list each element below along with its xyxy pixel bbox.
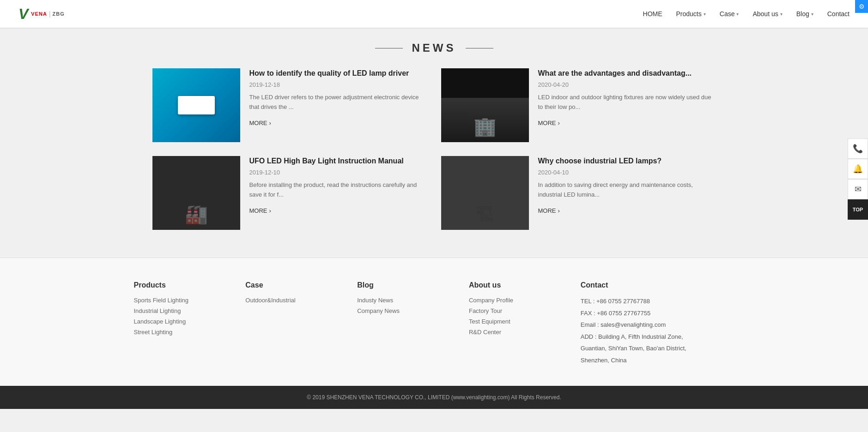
- chevron-down-icon: ▾: [736, 12, 739, 17]
- news-line-left: [375, 48, 403, 48]
- footer-link[interactable]: Test Equipment: [469, 318, 571, 325]
- logo-zbg: ZBG: [53, 11, 65, 17]
- footer-bottom: © 2019 SHENZHEN VENA TECHNOLOGY CO., LIM…: [0, 386, 868, 409]
- news-image: [152, 68, 240, 142]
- news-body: What are the advantages and disadvantag.…: [538, 68, 716, 142]
- nav-case[interactable]: Case ▾: [720, 10, 739, 18]
- nav-products[interactable]: Products ▾: [676, 10, 706, 18]
- news-grid: How to identify the quality of LED lamp …: [134, 68, 734, 230]
- chevron-right-icon: ›: [269, 207, 271, 214]
- footer-col-title: Contact: [581, 281, 734, 289]
- news-image: [441, 156, 529, 230]
- contact-address-2: Guantian, ShiYan Town, Bao'an District,: [581, 344, 734, 353]
- logo[interactable]: V VENA | ZBG: [18, 6, 65, 23]
- contact-fax: FAX : +86 0755 27767755: [581, 309, 734, 318]
- nav-contact[interactable]: Contact: [827, 10, 850, 18]
- news-excerpt: The LED driver refers to the power adjus…: [249, 93, 427, 112]
- news-date: 2019-12-10: [249, 169, 427, 176]
- footer-grid: Products Sports Field Lighting Industria…: [134, 281, 734, 367]
- news-excerpt: LED indoor and outdoor lighting fixtures…: [538, 93, 716, 112]
- chevron-down-icon: ▾: [704, 12, 706, 17]
- news-body: Why choose industrial LED lamps? 2020-04…: [538, 156, 716, 230]
- contact-email: Email : sales@venalighting.com: [581, 320, 734, 330]
- footer-link[interactable]: Factory Tour: [469, 307, 571, 314]
- news-title: Why choose industrial LED lamps?: [538, 156, 716, 166]
- float-chat-button[interactable]: 🔔: [848, 159, 868, 179]
- news-card: What are the advantages and disadvantag.…: [441, 68, 716, 142]
- chat-icon: 🔔: [853, 164, 863, 174]
- chevron-right-icon: ›: [558, 120, 560, 126]
- footer-col-products: Products Sports Field Lighting Industria…: [134, 281, 237, 367]
- logo-v-letter: V: [18, 6, 28, 23]
- footer-col-title: Blog: [357, 281, 460, 289]
- news-heading: NEWS: [412, 42, 456, 54]
- footer-col-title: Case: [245, 281, 348, 289]
- footer-col-about: About us Company Profile Factory Tour Te…: [469, 281, 571, 367]
- nav-blog[interactable]: Blog ▾: [796, 10, 813, 18]
- news-body: How to identify the quality of LED lamp …: [249, 68, 427, 142]
- contact-address-1: ADD : Building A, Fifth Industrial Zone,: [581, 332, 734, 342]
- chevron-right-icon: ›: [269, 120, 271, 126]
- more-link[interactable]: MORE ›: [249, 120, 271, 126]
- news-title: How to identify the quality of LED lamp …: [249, 68, 427, 78]
- float-top-button[interactable]: TOP: [848, 199, 868, 220]
- footer-col-title: Products: [134, 281, 237, 289]
- nav-about-us[interactable]: About us ▾: [753, 10, 782, 18]
- news-image: [152, 156, 240, 230]
- contact-tel: TEL : +86 0755 27767788: [581, 297, 734, 306]
- news-title: UFO LED High Bay Light Instruction Manua…: [249, 156, 427, 166]
- news-title: What are the advantages and disadvantag.…: [538, 68, 716, 78]
- footer-col-blog: Blog Industy News Company News: [357, 281, 460, 367]
- email-icon: ✉: [855, 184, 862, 194]
- news-excerpt: Before installing the product, read the …: [249, 180, 427, 200]
- footer: Products Sports Field Lighting Industria…: [0, 258, 868, 409]
- news-date: 2020-04-20: [538, 81, 716, 88]
- more-link[interactable]: MORE ›: [538, 207, 560, 214]
- top-label: TOP: [853, 207, 863, 212]
- side-widget-button[interactable]: ⚙: [855, 0, 868, 13]
- news-date: 2020-04-10: [538, 169, 716, 176]
- logo-vena: VENA: [31, 11, 47, 17]
- logo-divider: |: [49, 10, 51, 18]
- more-link[interactable]: MORE ›: [538, 120, 560, 126]
- footer-main: Products Sports Field Lighting Industria…: [0, 258, 868, 386]
- footer-link[interactable]: Outdoor&Industrial: [245, 297, 348, 304]
- footer-link[interactable]: Company News: [357, 307, 460, 314]
- widget-icon: ⚙: [859, 3, 865, 10]
- float-phone-button[interactable]: 📞: [848, 138, 868, 159]
- news-line-right: [466, 48, 493, 48]
- main-content: NEWS How to identify the quality of LED …: [0, 28, 868, 258]
- chevron-right-icon: ›: [558, 207, 560, 214]
- footer-col-title: About us: [469, 281, 571, 289]
- news-card: How to identify the quality of LED lamp …: [152, 68, 427, 142]
- footer-link[interactable]: Company Profile: [469, 297, 571, 304]
- footer-link[interactable]: R&D Center: [469, 329, 571, 336]
- footer-col-contact: Contact TEL : +86 0755 27767788 FAX : +8…: [581, 281, 734, 367]
- chevron-down-icon: ▾: [811, 12, 813, 17]
- news-card: Why choose industrial LED lamps? 2020-04…: [441, 156, 716, 230]
- footer-link[interactable]: Sports Field Lighting: [134, 297, 237, 304]
- float-sidebar: 📞 🔔 ✉ TOP: [848, 138, 868, 220]
- news-body: UFO LED High Bay Light Instruction Manua…: [249, 156, 427, 230]
- main-nav: HOME Products ▾ Case ▾ About us ▾ Blog ▾…: [643, 10, 850, 18]
- nav-home[interactable]: HOME: [643, 10, 662, 18]
- header: V VENA | ZBG HOME Products ▾ Case ▾ Abou…: [0, 0, 868, 28]
- float-email-button[interactable]: ✉: [848, 179, 868, 199]
- chevron-down-icon: ▾: [780, 12, 783, 17]
- footer-link[interactable]: Landscape Lighting: [134, 318, 237, 325]
- copyright-text: © 2019 SHENZHEN VENA TECHNOLOGY CO., LIM…: [307, 394, 561, 401]
- footer-link[interactable]: Industy News: [357, 297, 460, 304]
- footer-link[interactable]: Street Lighting: [134, 329, 237, 336]
- contact-address-3: Shenzhen, China: [581, 356, 734, 365]
- news-date: 2019-12-18: [249, 81, 427, 88]
- more-link[interactable]: MORE ›: [249, 207, 271, 214]
- news-card: UFO LED High Bay Light Instruction Manua…: [152, 156, 427, 230]
- news-excerpt: In addition to saving direct energy and …: [538, 180, 716, 200]
- phone-icon: 📞: [853, 144, 863, 154]
- news-title-row: NEWS: [0, 42, 868, 54]
- footer-link[interactable]: Industrial Lighting: [134, 307, 237, 314]
- footer-col-case: Case Outdoor&Industrial: [245, 281, 348, 367]
- news-image: [441, 68, 529, 142]
